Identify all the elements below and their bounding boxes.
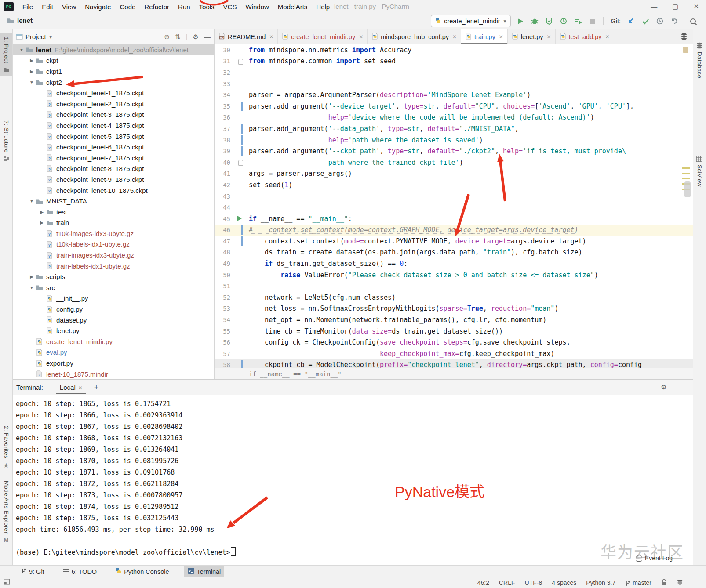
tree-item-lenet-10_1875.mindir[interactable]: ?lenet-10_1875.mindir	[13, 369, 214, 379]
menu-item-navigate[interactable]: Navigate	[81, 1, 115, 12]
tree-item-lenet[interactable]: ▼lenetE:\gitee\mindspore\model_zoo\offic…	[13, 44, 214, 55]
coverage-button[interactable]	[544, 16, 554, 26]
toolwindow-button-9-git[interactable]: 9: Git	[18, 566, 48, 577]
collapsed-arrow-icon[interactable]: ▶	[27, 274, 36, 279]
interpreter[interactable]: Python 3.7	[586, 579, 615, 586]
tab-create_lenet_mindir.py[interactable]: create_lenet_mindir.py✕	[278, 29, 368, 44]
tree-item-dataset.py[interactable]: dataset.py	[13, 315, 214, 326]
locate-file-icon[interactable]: ⊕	[164, 33, 170, 41]
lock-icon[interactable]	[661, 579, 667, 587]
tree-item-src[interactable]: ▼src	[13, 282, 214, 293]
tree-item-test[interactable]: ▶test	[13, 207, 214, 218]
git-branch[interactable]: master	[625, 579, 651, 586]
menu-item-tools[interactable]: Tools	[195, 1, 218, 12]
close-icon[interactable]: ✕	[605, 34, 610, 40]
recent-files-stack-icon[interactable]	[681, 33, 688, 42]
menu-item-run[interactable]: Run	[174, 1, 194, 12]
close-icon[interactable]: ✕	[269, 34, 273, 40]
git-rollback-button[interactable]	[669, 16, 680, 26]
tree-item-config.py[interactable]: config.py	[13, 304, 214, 315]
tree-item-eval.py[interactable]: eval.py	[13, 347, 214, 358]
tab-README.md[interactable]: MDREADME.md✕	[215, 29, 278, 44]
menu-item-view[interactable]: View	[58, 1, 80, 12]
terminal-prompt[interactable]: (base) E:\gitee\mindspore\model_zoo\offi…	[16, 547, 693, 558]
collapsed-arrow-icon[interactable]: ▶	[27, 58, 36, 63]
close-icon[interactable]: ✕	[693, 3, 699, 11]
expanded-arrow-icon[interactable]: ▼	[17, 47, 26, 52]
tree-item-checkpoint_lenet-8_1875.ckpt[interactable]: ?checkpoint_lenet-8_1875.ckpt	[13, 163, 214, 174]
tool-window-tab-favorites[interactable]: 2: Favorites ★	[0, 422, 12, 473]
toolwindow-button-python-console[interactable]: Python Console	[112, 566, 172, 577]
settings-gear-icon[interactable]: ⚙	[193, 33, 199, 41]
tree-item-lenet.py[interactable]: lenet.py	[13, 325, 214, 336]
search-everywhere-icon[interactable]	[688, 17, 699, 27]
collapsed-arrow-icon[interactable]: ▶	[37, 220, 46, 225]
tree-item-checkpoint_lenet-1_1875.ckpt[interactable]: ?checkpoint_lenet-1_1875.ckpt	[13, 87, 214, 98]
close-icon[interactable]: ✕	[547, 34, 551, 40]
breadcrumb[interactable]: if __name__ == "__main__"	[215, 368, 693, 379]
tree-item-ckpt1[interactable]: ▶ckpt1	[13, 66, 214, 77]
tree-item-checkpoint_lenet-5_1875.ckpt[interactable]: ?checkpoint_lenet-5_1875.ckpt	[13, 131, 214, 142]
expanded-arrow-icon[interactable]: ▼	[27, 80, 36, 85]
tab-mindspore_hub_conf.py[interactable]: mindspore_hub_conf.py✕	[368, 29, 461, 44]
hide-panel-icon[interactable]: —	[204, 33, 211, 40]
tree-item-t10k-images-idx3-ubyte.gz[interactable]: ?t10k-images-idx3-ubyte.gz	[13, 228, 214, 239]
tab-test_add.py[interactable]: test_add.py✕	[556, 29, 614, 44]
git-update-button[interactable]	[626, 16, 636, 26]
file-encoding[interactable]: UTF-8	[525, 579, 542, 586]
tree-item-checkpoint_lenet-4_1875.ckpt[interactable]: ?checkpoint_lenet-4_1875.ckpt	[13, 120, 214, 131]
indent-style[interactable]: 4 spaces	[552, 579, 576, 586]
tree-item-MNIST_DATA[interactable]: ▼MNIST_DATA	[13, 196, 214, 207]
editor-scrollbar[interactable]	[684, 181, 691, 197]
expanded-arrow-icon[interactable]: ▼	[27, 199, 36, 203]
menu-item-code[interactable]: Code	[116, 1, 139, 12]
tree-item-checkpoint_lenet-6_1875.ckpt[interactable]: ?checkpoint_lenet-6_1875.ckpt	[13, 142, 214, 152]
menu-item-help[interactable]: Help	[312, 1, 334, 12]
tree-item-train[interactable]: ▶train	[13, 218, 214, 229]
new-terminal-session-button[interactable]: +	[94, 383, 99, 392]
run-button[interactable]	[515, 16, 525, 26]
profiler-button[interactable]	[558, 16, 569, 26]
run-line-icon[interactable]	[237, 216, 242, 221]
caret-position[interactable]: 46:2	[477, 579, 489, 586]
toggle-toolwindows-icon[interactable]	[4, 579, 10, 586]
event-log-button[interactable]: Event Log	[636, 555, 673, 562]
debug-button[interactable]	[529, 16, 540, 26]
settings-gear-icon[interactable]: ⚙	[661, 383, 667, 391]
tool-window-tab-project[interactable]: 1: Project	[0, 33, 12, 76]
close-icon[interactable]: ✕	[78, 385, 83, 391]
close-icon[interactable]: ✕	[499, 34, 503, 40]
tree-item-__init__.py[interactable]: __init__.py	[13, 293, 214, 304]
tree-item-ckpt2[interactable]: ▼ckpt2	[13, 77, 214, 88]
menu-item-modelarts[interactable]: ModelArts	[274, 1, 312, 12]
tree-item-train-labels-idx1-ubyte.gz[interactable]: ?train-labels-idx1-ubyte.gz	[13, 261, 214, 272]
collapsed-arrow-icon[interactable]: ▶	[27, 69, 36, 74]
git-commit-button[interactable]	[640, 16, 651, 26]
tool-window-tab-structure[interactable]: 7: Structure	[0, 116, 12, 165]
tab-train.py[interactable]: train.py✕	[461, 29, 508, 44]
tool-window-tab-database[interactable]: Database	[693, 38, 706, 82]
tab-lenet.py[interactable]: lenet.py✕	[508, 29, 556, 44]
terminal-output[interactable]: epoch: 10 step: 1865, loss is 0.1754721e…	[13, 395, 693, 558]
tree-item-checkpoint_lenet-2_1875.ckpt[interactable]: ?checkpoint_lenet-2_1875.ckpt	[13, 98, 214, 109]
run-config-select[interactable]: create_lenet_mindir ▼	[431, 15, 511, 27]
tree-item-ckpt[interactable]: ▶ckpt	[13, 55, 214, 66]
tree-item-checkpoint_lenet-3_1875.ckpt[interactable]: ?checkpoint_lenet-3_1875.ckpt	[13, 109, 214, 120]
tree-item-checkpoint_lenet-9_1875.ckpt[interactable]: ?checkpoint_lenet-9_1875.ckpt	[13, 174, 214, 185]
project-panel-title[interactable]: Project	[25, 33, 46, 40]
maximize-icon[interactable]: ▢	[672, 3, 678, 11]
expanded-arrow-icon[interactable]: ▼	[27, 285, 36, 290]
toolwindow-button-terminal[interactable]: Terminal	[184, 566, 225, 577]
tree-item-t10k-labels-idx1-ubyte.gz[interactable]: ?t10k-labels-idx1-ubyte.gz	[13, 239, 214, 250]
menu-item-file[interactable]: File	[18, 1, 37, 12]
tool-window-tab-modelarts[interactable]: ModelArts Explorer M	[0, 477, 12, 547]
menu-item-refactor[interactable]: Refactor	[140, 1, 173, 12]
terminal-tab-local[interactable]: Local✕	[58, 381, 84, 394]
tree-item-checkpoint_lenet-10_1875.ckpt[interactable]: ?checkpoint_lenet-10_1875.ckpt	[13, 185, 214, 196]
menu-item-vcs[interactable]: VCS	[219, 1, 241, 12]
menu-item-window[interactable]: Window	[241, 1, 273, 12]
collapse-all-icon[interactable]: ⇅	[175, 33, 181, 41]
tree-item-create_lenet_mindir.py[interactable]: create_lenet_mindir.py	[13, 336, 214, 347]
tree-item-train-images-idx3-ubyte.gz[interactable]: ?train-images-idx3-ubyte.gz	[13, 250, 214, 261]
tool-window-tab-sciview[interactable]: SciView	[693, 152, 706, 191]
